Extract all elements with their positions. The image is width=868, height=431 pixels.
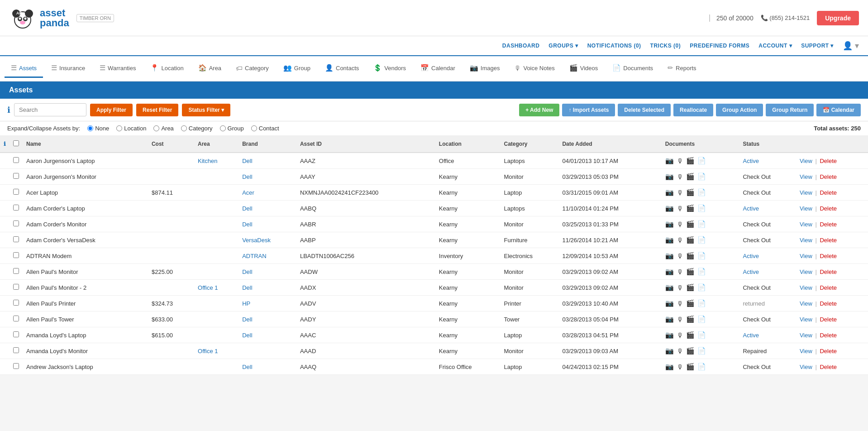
add-new-button[interactable]: + Add New [519, 104, 559, 116]
doc-icon-2[interactable]: 📄 [697, 188, 706, 196]
video-icon-9[interactable]: 🎬 [686, 299, 695, 307]
delete-link-11[interactable]: Delete [820, 332, 837, 339]
video-icon-1[interactable]: 🎬 [686, 172, 695, 181]
doc-icon-8[interactable]: 📄 [697, 283, 706, 292]
view-link-10[interactable]: View [800, 316, 812, 323]
row-checkbox-1[interactable] [13, 173, 19, 179]
view-link-12[interactable]: View [800, 348, 812, 354]
tab-images[interactable]: 📷 Images [463, 59, 506, 78]
tab-assets[interactable]: ☰ Assets [5, 59, 43, 78]
delete-link-2[interactable]: Delete [820, 189, 837, 196]
camera-icon-3[interactable]: 📷 [665, 204, 674, 212]
delete-link-4[interactable]: Delete [820, 221, 837, 228]
camera-icon-13[interactable]: 📷 [665, 363, 674, 371]
delete-link-9[interactable]: Delete [820, 300, 837, 307]
doc-icon-3[interactable]: 📄 [697, 204, 706, 212]
video-icon-12[interactable]: 🎬 [686, 347, 695, 355]
delete-link-13[interactable]: Delete [820, 364, 837, 370]
camera-icon-1[interactable]: 📷 [665, 172, 674, 181]
doc-icon-4[interactable]: 📄 [697, 220, 706, 228]
mic-icon-7[interactable]: 🎙 [677, 268, 683, 276]
row-brand-link-10[interactable]: Dell [242, 316, 252, 323]
delete-link-10[interactable]: Delete [820, 316, 837, 323]
row-brand-link-3[interactable]: Dell [242, 205, 252, 212]
status-filter-button[interactable]: Status Filter [182, 104, 230, 116]
upgrade-button[interactable]: Upgrade [817, 11, 859, 25]
row-checkbox-11[interactable] [13, 331, 19, 337]
view-link-13[interactable]: View [800, 364, 812, 370]
info-icon[interactable]: ℹ [7, 105, 10, 115]
expand-area[interactable]: Area [153, 125, 173, 132]
tab-calendar[interactable]: 📅 Calendar [414, 59, 462, 78]
mic-icon-11[interactable]: 🎙 [677, 331, 683, 339]
row-checkbox-10[interactable] [13, 316, 19, 321]
view-link-0[interactable]: View [800, 158, 812, 164]
delete-link-3[interactable]: Delete [820, 205, 837, 212]
view-link-8[interactable]: View [800, 284, 812, 291]
view-link-11[interactable]: View [800, 332, 812, 339]
nav-support[interactable]: SUPPORT [801, 43, 834, 49]
video-icon-13[interactable]: 🎬 [686, 363, 695, 371]
import-assets-button[interactable]: ↑ Import Assets [562, 104, 615, 116]
mic-icon-1[interactable]: 🎙 [677, 173, 683, 181]
camera-icon-11[interactable]: 📷 [665, 331, 674, 339]
row-brand-link-2[interactable]: Acer [242, 189, 254, 196]
search-input[interactable] [14, 103, 86, 116]
row-checkbox-13[interactable] [13, 363, 19, 369]
mic-icon-5[interactable]: 🎙 [677, 236, 683, 244]
nav-predefined-forms[interactable]: PREDEFINED FORMS [690, 43, 749, 49]
video-icon-4[interactable]: 🎬 [686, 220, 695, 228]
doc-icon-7[interactable]: 📄 [697, 268, 706, 276]
expand-contact[interactable]: Contact [251, 125, 279, 132]
video-icon-10[interactable]: 🎬 [686, 315, 695, 323]
delete-link-1[interactable]: Delete [820, 173, 837, 180]
doc-icon-9[interactable]: 📄 [697, 299, 706, 307]
tab-contacts[interactable]: 👤 Contacts [319, 59, 365, 78]
delete-link-6[interactable]: Delete [820, 253, 837, 259]
view-link-1[interactable]: View [800, 173, 812, 180]
expand-none[interactable]: None [87, 125, 109, 132]
mic-icon-12[interactable]: 🎙 [677, 347, 683, 355]
doc-icon-1[interactable]: 📄 [697, 172, 706, 181]
mic-icon-2[interactable]: 🎙 [677, 189, 683, 196]
doc-icon-12[interactable]: 📄 [697, 347, 706, 355]
group-return-button[interactable]: Group Return [766, 104, 814, 116]
row-brand-link-1[interactable]: Dell [242, 173, 252, 180]
row-checkbox-6[interactable] [13, 252, 19, 258]
video-icon-0[interactable]: 🎬 [686, 157, 695, 165]
user-icon[interactable]: 👤 ▾ [843, 41, 859, 51]
video-icon-3[interactable]: 🎬 [686, 204, 695, 212]
view-link-7[interactable]: View [800, 268, 812, 275]
row-checkbox-4[interactable] [13, 220, 19, 226]
delete-selected-button[interactable]: Delete Selected [618, 104, 671, 116]
camera-icon-5[interactable]: 📷 [665, 236, 674, 244]
row-checkbox-7[interactable] [13, 268, 19, 274]
video-icon-2[interactable]: 🎬 [686, 188, 695, 196]
row-checkbox-9[interactable] [13, 300, 19, 306]
tab-category[interactable]: 🏷 Category [229, 60, 275, 78]
row-checkbox-2[interactable] [13, 189, 19, 195]
tab-area[interactable]: 🏠 Area [192, 59, 228, 78]
mic-icon-4[interactable]: 🎙 [677, 220, 683, 228]
doc-icon-11[interactable]: 📄 [697, 331, 706, 339]
row-brand-link-0[interactable]: Dell [242, 158, 252, 164]
row-brand-link-11[interactable]: Dell [242, 332, 252, 339]
delete-link-0[interactable]: Delete [820, 158, 837, 164]
tab-reports[interactable]: ✏ Reports [661, 59, 703, 78]
row-checkbox-8[interactable] [13, 284, 19, 290]
video-icon-11[interactable]: 🎬 [686, 331, 695, 339]
mic-icon-0[interactable]: 🎙 [677, 157, 683, 165]
mic-icon-6[interactable]: 🎙 [677, 252, 683, 260]
nav-groups[interactable]: GROUPS [548, 43, 578, 49]
camera-icon-12[interactable]: 📷 [665, 347, 674, 355]
view-link-4[interactable]: View [800, 221, 812, 228]
camera-icon-4[interactable]: 📷 [665, 220, 674, 228]
tab-voice-notes[interactable]: 🎙 Voice Notes [508, 60, 561, 78]
expand-location[interactable]: Location [116, 125, 146, 132]
row-brand-link-8[interactable]: Dell [242, 284, 252, 291]
row-brand-link-4[interactable]: Dell [242, 221, 252, 228]
nav-account[interactable]: ACCOUNT [758, 43, 792, 49]
nav-dashboard[interactable]: DASHBOARD [502, 43, 540, 49]
select-all-checkbox[interactable] [13, 140, 19, 146]
nav-tricks[interactable]: TRICKS (0) [650, 43, 681, 49]
